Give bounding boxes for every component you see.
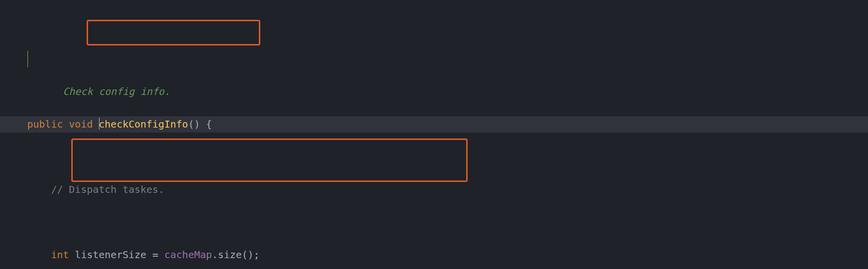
var-name: listenerSize — [75, 249, 146, 261]
field-ref: cacheMap — [164, 249, 212, 261]
code-editor[interactable]: Check config info. public void checkConf… — [0, 0, 868, 269]
keyword-void: void — [69, 118, 93, 130]
javadoc-text: Check config info. — [63, 86, 170, 97]
brace-open: { — [200, 118, 212, 130]
highlight-box-method-name — [87, 20, 260, 45]
method-name: checkConfigInfo — [99, 118, 189, 130]
doc-gutter-bar — [27, 51, 28, 67]
highlight-box-executor-body — [71, 138, 468, 182]
code-line[interactable]: Check config info. — [0, 51, 868, 67]
comment: // Dispatch taskes. — [51, 183, 164, 195]
code-line[interactable]: // Dispatch taskes. — [0, 181, 868, 198]
keyword-int: int — [51, 249, 69, 261]
code-line[interactable]: int listenerSize = cacheMap.size(); — [0, 247, 868, 263]
method-parens: () — [188, 118, 200, 130]
code-line-current[interactable]: public void checkConfigInfo() { — [0, 116, 868, 133]
method-call: size() — [218, 249, 253, 261]
keyword-public: public — [27, 118, 63, 130]
